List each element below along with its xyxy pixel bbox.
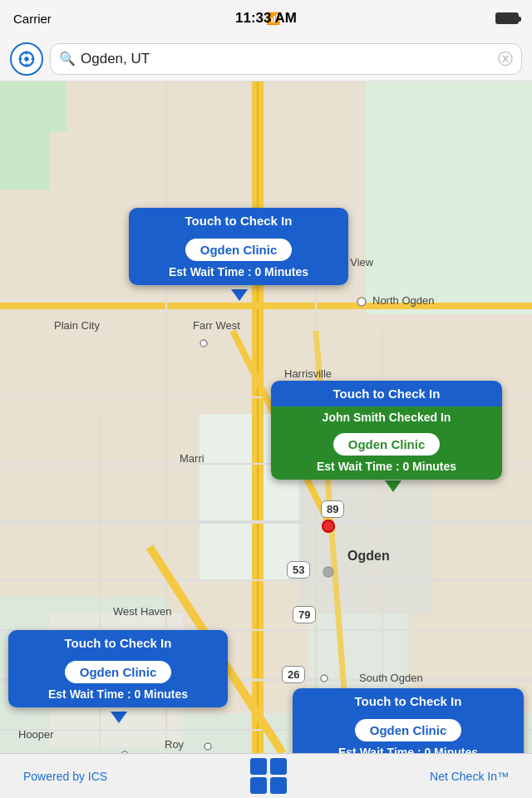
logo-sq-tl xyxy=(250,758,267,775)
carrier-label: Carrier xyxy=(13,12,52,26)
card-br-clinic: Ogden Clinic xyxy=(355,719,462,741)
battery-icon xyxy=(495,12,519,24)
checkin-card-left[interactable]: Touch to Check In Ogden Clinic Est Wait … xyxy=(8,630,228,707)
search-bar: 🔍 ⓧ xyxy=(0,37,532,81)
search-input-wrap[interactable]: 🔍 ⓧ xyxy=(50,43,522,75)
logo-col-right xyxy=(270,758,287,794)
checkin-card-top[interactable]: Touch to Check In Ogden Clinic Est Wait … xyxy=(129,208,348,285)
svg-rect-9 xyxy=(366,81,532,314)
card-left-clinic: Ogden Clinic xyxy=(65,661,172,683)
svg-point-36 xyxy=(204,743,211,750)
svg-point-33 xyxy=(357,298,366,306)
card-top-clinic: Ogden Clinic xyxy=(185,239,293,261)
ics-logo xyxy=(250,758,287,794)
card-middle-pointer xyxy=(385,480,401,492)
time-label: 11:33 AM xyxy=(235,10,297,27)
card-top-pointer xyxy=(231,289,248,301)
card-middle-body: Ogden Clinic Est Wait Time : 0 Minutes xyxy=(271,428,502,480)
search-input[interactable] xyxy=(81,51,493,67)
search-icon: 🔍 xyxy=(59,51,76,66)
status-bar: Carrier 📶 11:33 AM xyxy=(0,0,532,37)
card-top-body: Ogden Clinic Est Wait Time : 0 Minutes xyxy=(129,234,348,285)
clear-button[interactable]: ⓧ xyxy=(498,49,513,69)
card-top-wait: Est Wait Time : 0 Minutes xyxy=(137,265,340,278)
svg-point-34 xyxy=(200,340,207,347)
location-button[interactable] xyxy=(10,42,43,76)
card-br-header: Touch to Check In xyxy=(293,688,524,714)
svg-point-1 xyxy=(24,57,29,62)
card-middle-checked-in: John Smith Checked In xyxy=(271,406,502,428)
card-br-body: Ogden Clinic Est Wait Time : 0 Minutes xyxy=(293,714,524,753)
svg-point-39 xyxy=(323,567,333,577)
map-pin xyxy=(322,520,335,533)
card-middle-wait: Est Wait Time : 0 Minutes xyxy=(279,460,494,473)
card-top-header: Touch to Check In xyxy=(129,208,348,234)
svg-rect-8 xyxy=(0,123,50,190)
checkin-card-bottom-right[interactable]: Touch to Check In Ogden Clinic Est Wait … xyxy=(293,688,524,753)
logo-col-left xyxy=(250,758,267,794)
card-left-pointer xyxy=(111,712,127,723)
battery-indicator xyxy=(495,12,519,24)
logo-sq-bl xyxy=(250,777,267,794)
logo-sq-br xyxy=(270,777,287,794)
net-checkin-label: Net Check In™ xyxy=(430,770,509,783)
card-left-wait: Est Wait Time : 0 Minutes xyxy=(17,687,219,701)
card-middle-header: Touch to Check In xyxy=(271,381,502,406)
card-left-header: Touch to Check In xyxy=(8,630,228,656)
logo-sq-tr xyxy=(270,758,287,775)
powered-by-label: Powered by ICS xyxy=(23,770,107,783)
bottom-bar: Powered by ICS Net Check In™ xyxy=(0,753,532,798)
checkin-card-middle[interactable]: Touch to Check In John Smith Checked In … xyxy=(271,381,502,480)
card-left-body: Ogden Clinic Est Wait Time : 0 Minutes xyxy=(8,656,228,707)
card-br-wait: Est Wait Time : 0 Minutes xyxy=(301,746,515,753)
svg-point-35 xyxy=(321,675,328,682)
map-area: Plain City Farr West North Ogden t View … xyxy=(0,81,532,753)
card-middle-clinic: Ogden Clinic xyxy=(333,433,441,456)
